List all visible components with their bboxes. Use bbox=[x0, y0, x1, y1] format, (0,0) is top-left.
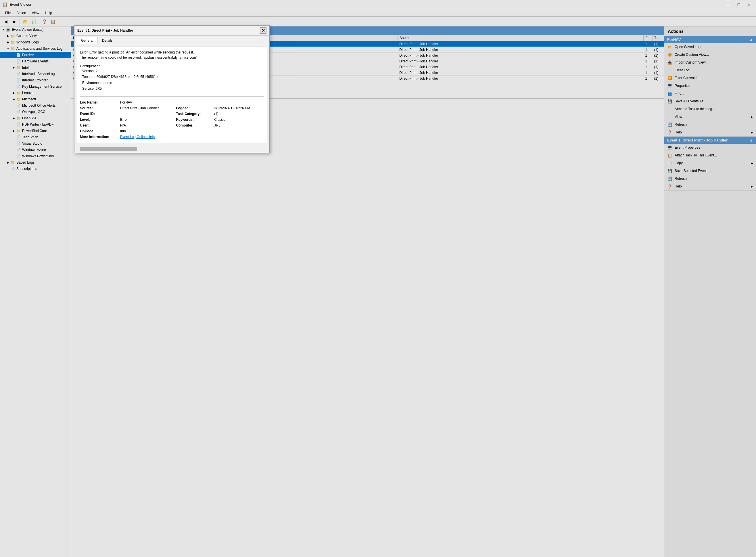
meta-opcode-label: OpCode: bbox=[80, 128, 120, 134]
horizontal-scrollbar[interactable] bbox=[77, 147, 267, 151]
environment-label: Environment: bbox=[82, 81, 102, 85]
meta-logged-value2: 3/12/2024 12:13:26 PM bbox=[214, 105, 264, 111]
meta-task-cat-value: (1) bbox=[214, 111, 264, 117]
meta-source-value: Direct Print - Job Handler bbox=[120, 105, 174, 111]
meta-computer-value: JR5 bbox=[214, 122, 264, 128]
modal-overlay: Event 1, Direct Print - Job Handler ✕ Ge… bbox=[0, 0, 756, 557]
service-label: Service: bbox=[82, 87, 95, 91]
meta-opcode-value: Info bbox=[120, 128, 174, 134]
meta-level-label: Level: bbox=[80, 117, 120, 122]
event-message: Error. Error getting a print job. An err… bbox=[80, 50, 264, 60]
meta-user-label: User: bbox=[80, 122, 120, 128]
tenant-label: Tenant: bbox=[82, 75, 93, 79]
event-log-online-help-link[interactable]: Event Log Online Help bbox=[120, 135, 155, 139]
meta-section: Log Name: ForNAV Source: Direct Print - … bbox=[80, 96, 264, 140]
modal-title: Event 1, Direct Print - Job Handler bbox=[77, 28, 133, 32]
tenant-value: e60db927-f28b-4618-bad9-6e65146561ce bbox=[95, 75, 159, 79]
meta-keywords-label: Keywords: bbox=[174, 117, 214, 122]
config-label: Configuration: bbox=[80, 64, 264, 68]
meta-keywords-value: Classic bbox=[214, 117, 264, 122]
meta-computer-label: Computer: bbox=[174, 122, 214, 128]
meta-logged-label bbox=[174, 99, 214, 105]
meta-table: Log Name: ForNAV Source: Direct Print - … bbox=[80, 99, 264, 140]
meta-user-value: N/A bbox=[120, 122, 174, 128]
meta-event-id-label: Event ID: bbox=[80, 111, 120, 117]
tab-general[interactable]: General bbox=[77, 37, 98, 44]
tab-details[interactable]: Details bbox=[98, 37, 117, 44]
meta-log-name-label: Log Name: bbox=[80, 99, 120, 105]
service-value: JR5 bbox=[96, 87, 102, 91]
meta-source-label: Source: bbox=[80, 105, 120, 111]
environment-value: demo bbox=[103, 81, 112, 85]
version-value: 2 bbox=[96, 69, 98, 73]
modal-close-button[interactable]: ✕ bbox=[260, 27, 267, 34]
meta-logged-label2: Logged: bbox=[174, 105, 214, 111]
modal-tabs: General Details bbox=[74, 36, 269, 44]
modal-body: Error. Error getting a print job. An err… bbox=[77, 47, 267, 143]
event-detail-modal: Event 1, Direct Print - Job Handler ✕ Ge… bbox=[74, 25, 270, 153]
modal-titlebar: Event 1, Direct Print - Job Handler ✕ bbox=[74, 26, 269, 36]
version-label: Version: bbox=[82, 69, 95, 73]
meta-more-info-label: More Information: bbox=[80, 134, 120, 140]
meta-task-cat-label: Task Category: bbox=[174, 111, 214, 117]
config-details: Version: 2 Tenant: e60db927-f28b-4618-ba… bbox=[82, 68, 264, 92]
meta-level-value: Error bbox=[120, 117, 174, 122]
modal-footer bbox=[74, 145, 269, 153]
event-message-text: Error. Error getting a print job. An err… bbox=[80, 50, 196, 60]
meta-logged-value bbox=[214, 99, 264, 105]
meta-log-name-value: ForNAV bbox=[120, 99, 174, 105]
meta-event-id-value: 1 bbox=[120, 111, 174, 117]
config-section: Configuration: Version: 2 Tenant: e60db9… bbox=[80, 64, 264, 92]
